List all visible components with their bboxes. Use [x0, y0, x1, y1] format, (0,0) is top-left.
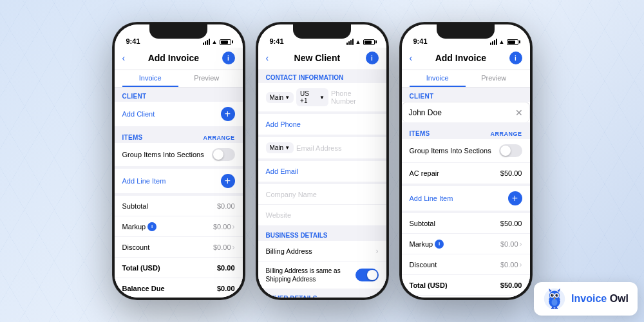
wifi-3: ▲: [499, 39, 505, 45]
back-btn-3[interactable]: ‹: [410, 53, 413, 63]
battery-3: [507, 39, 518, 45]
back-btn-2[interactable]: ‹: [266, 53, 269, 63]
tab-bar-1: Invoice Preview: [115, 70, 243, 88]
business-group: Billing Address › Billing Address is sam…: [258, 241, 386, 289]
contact-header: Contact Information: [258, 70, 386, 83]
discount-row-3: Discount $0.00 ›: [402, 254, 530, 275]
group-items-item-1: Group Items Into Sections: [115, 143, 243, 166]
notch-1: [149, 24, 207, 39]
status-icons-2: ▲: [346, 39, 375, 45]
group-toggle-1[interactable]: [212, 148, 235, 161]
time-2: 9:41: [270, 37, 284, 45]
company-group: Company Name Website: [258, 184, 386, 225]
markup-info-3: i: [435, 240, 444, 249]
group-items-label-3: Group Items Into Sections: [410, 147, 491, 155]
add-line-btn-3[interactable]: +: [508, 191, 522, 205]
email-placeholder: Email Address: [296, 144, 341, 152]
client-name: John Doe: [409, 108, 442, 117]
time-1: 9:41: [126, 37, 140, 45]
nav-header-2: ‹ New Client i: [258, 48, 386, 70]
total-row-3: Total (USD) $50.00: [402, 275, 530, 296]
billing-address-row[interactable]: Billing Address ›: [258, 241, 386, 261]
wifi-2: ▲: [355, 39, 361, 45]
nav-title-1: Add Invoice: [148, 53, 199, 63]
phones-container: 9:41 ▲ ‹ Add Invoice i: [113, 23, 532, 299]
svg-point-12: [552, 299, 558, 306]
discount-row-1: Discount $0.00 ›: [115, 237, 243, 258]
country-code-dropdown[interactable]: US +1 ▼: [296, 88, 328, 106]
add-email-label: Add Email: [266, 167, 298, 175]
arrange-btn-3[interactable]: ARRANGE: [490, 131, 522, 137]
tab-preview-3[interactable]: Preview: [466, 70, 522, 87]
line-item-row[interactable]: AC repair $50.00: [402, 163, 530, 184]
info-btn-3[interactable]: i: [509, 52, 522, 64]
invoice-owl-badge: Invoice Owl: [534, 282, 638, 316]
signal-1: [203, 39, 210, 45]
time-3: 9:41: [413, 37, 428, 45]
add-line-item-1[interactable]: Add Line Item +: [115, 169, 243, 193]
subtotal-row-1: Subtotal $0.00: [115, 196, 243, 216]
scroll-3: Client John Doe ✕ Items ARRANGE Group It…: [402, 88, 530, 298]
nav-title-2: New Client: [294, 53, 341, 63]
phone-row: Main ▼ US +1 ▼ Phone Number: [258, 83, 386, 111]
scroll-2: Contact Information Main ▼ US +1 ▼: [258, 70, 386, 298]
company-placeholder: Company Name: [266, 191, 317, 198]
info-btn-1[interactable]: i: [222, 52, 235, 64]
add-email-item[interactable]: Add Email: [258, 161, 386, 182]
battery-1: [220, 39, 231, 45]
group-toggle-3[interactable]: [499, 144, 522, 157]
balance-row-3: Balance Due $50.00: [402, 296, 530, 298]
add-line-label-1: Add Line Item: [122, 177, 166, 185]
subtotal-row-3: Subtotal $50.00: [402, 213, 530, 234]
phone-1: 9:41 ▲ ‹ Add Invoice i: [113, 23, 245, 299]
nav-header-3: ‹ Add Invoice i: [402, 48, 530, 70]
client-group: Add Client +: [115, 102, 243, 126]
tab-preview-1[interactable]: Preview: [178, 70, 235, 87]
notch-3: [437, 24, 495, 39]
back-btn-1[interactable]: ‹: [122, 53, 126, 63]
client-remove-btn[interactable]: ✕: [515, 108, 523, 118]
battery-2: [363, 39, 375, 45]
email-type-dropdown[interactable]: Main ▼: [266, 142, 294, 153]
company-row[interactable]: Company Name: [258, 184, 386, 205]
info-btn-2[interactable]: i: [366, 52, 379, 64]
website-placeholder: Website: [266, 211, 292, 219]
add-client-label: Add Client: [122, 110, 155, 118]
wifi-1: ▲: [212, 39, 218, 45]
add-client-item[interactable]: Add Client +: [115, 102, 243, 126]
add-client-btn[interactable]: +: [221, 107, 235, 121]
group-items-item-3: Group Items Into Sections: [402, 139, 530, 163]
add-phone-item[interactable]: Add Phone: [258, 114, 386, 135]
same-shipping-row: Billing Address is same as Shipping Addr…: [258, 261, 386, 289]
business-header: Business Details: [258, 228, 386, 241]
svg-point-8: [555, 294, 558, 297]
items-section-header-3: Items ARRANGE: [402, 125, 530, 139]
status-icons-3: ▲: [490, 39, 518, 45]
website-row[interactable]: Website: [258, 205, 386, 225]
email-group: Main ▼ Email Address: [258, 137, 386, 158]
nav-header-1: ‹ Add Invoice i: [115, 48, 243, 70]
client-section-header: Client: [115, 88, 243, 102]
add-line-item-3[interactable]: Add Line Item +: [402, 186, 530, 211]
tab-invoice-1[interactable]: Invoice: [122, 70, 179, 87]
arrange-btn-1[interactable]: ARRANGE: [203, 135, 234, 141]
tab-invoice-3[interactable]: Invoice: [410, 70, 466, 87]
email-row: Main ▼ Email Address: [258, 137, 386, 158]
add-email-group: Add Email: [258, 161, 386, 182]
tab-bar-3: Invoice Preview: [402, 70, 530, 88]
phone-type-dropdown[interactable]: Main ▼: [266, 92, 294, 103]
markup-info-1: i: [147, 222, 156, 231]
svg-point-9: [552, 294, 553, 295]
phone-3: 9:41 ▲ ‹ Add Invoice i: [400, 23, 532, 299]
same-shipping-toggle[interactable]: [355, 269, 379, 281]
add-line-btn-1[interactable]: +: [221, 174, 235, 188]
phone-2: 9:41 ▲ ‹ New Client i: [256, 23, 388, 299]
totals-group-3: Subtotal $50.00 Markup i $0.00 ›: [402, 213, 530, 298]
items-label-3: Items: [410, 130, 430, 137]
invoice-owl-text: Invoice Owl: [571, 293, 629, 305]
owl-logo-icon: [543, 287, 566, 310]
items-group-3: Group Items Into Sections AC repair $50.…: [402, 139, 530, 184]
client-label-3: Client: [410, 93, 434, 100]
nav-title-3: Add Invoice: [435, 53, 486, 63]
scroll-1: Client Add Client + Items ARRANGE Group …: [115, 88, 243, 298]
